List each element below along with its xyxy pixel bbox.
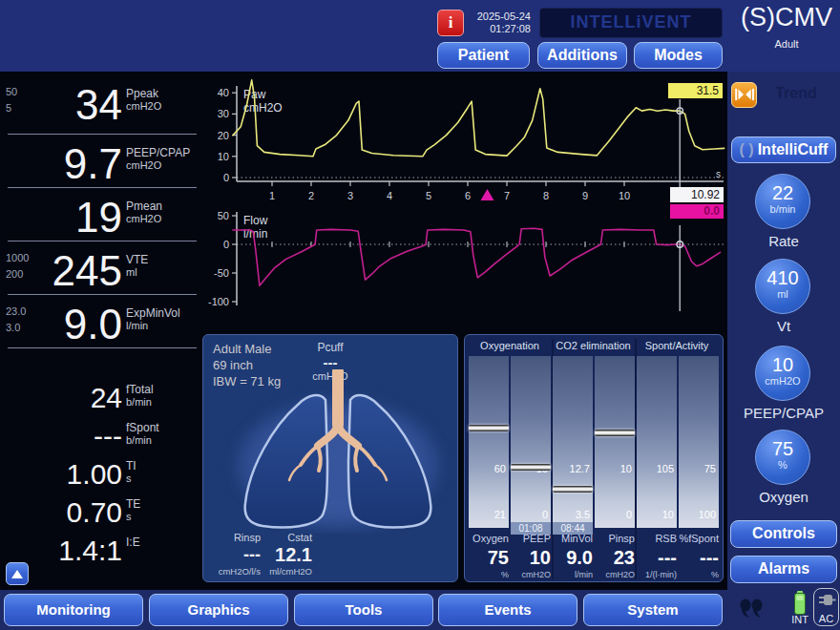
knob-label-vt: Vt <box>727 318 840 334</box>
alarms-button[interactable]: Alarms <box>730 556 837 583</box>
knob-unit: ml <box>756 288 809 300</box>
gauge-range-top: 105 <box>657 463 674 474</box>
gauge-value-marker <box>469 425 509 431</box>
monitor-param-ftotal: 24fTotalb/min <box>0 380 200 416</box>
knob-peep-cpap[interactable]: 10cmH2O <box>755 346 810 401</box>
param-label: PEEP/CPAPcmH2O <box>126 147 190 172</box>
gauge-param-label: Pinsp <box>595 532 635 545</box>
knob-oxygen[interactable]: 75% <box>755 430 810 485</box>
param-value: --- <box>94 418 122 454</box>
flow-chart[interactable]: 500-50-100Flowl/min <box>208 206 731 326</box>
svg-text:4: 4 <box>387 190 392 201</box>
cstat-label: Cstat <box>264 532 312 543</box>
param-value: 0.70 <box>67 494 122 531</box>
gauge-param-unit: cmH2O <box>595 570 635 580</box>
svg-text:30: 30 <box>218 108 229 119</box>
param-unit: b/min <box>126 396 154 409</box>
cursor-line[interactable] <box>677 225 682 311</box>
svg-text:Flow: Flow <box>243 214 268 227</box>
param-unit: cmH2O <box>126 100 161 113</box>
gauge-param-unit: % <box>679 570 719 580</box>
svg-text:3: 3 <box>347 190 353 201</box>
param-name: TI <box>126 460 136 472</box>
datetime: 2025-05-24 01:27:08 <box>466 10 531 35</box>
monitor-param-vte: 1000200245VTEml <box>0 246 200 298</box>
paw-chart[interactable]: 01020304012345678910sPawcmH2O <box>208 78 731 210</box>
monitor-param-fspont: ---fSpontb/min <box>0 418 200 454</box>
alarm-limits: 1000200 <box>6 250 29 283</box>
gauge-param-peep: PEEP10cmH2O <box>511 532 551 580</box>
bottom-button-graphics[interactable]: Graphics <box>149 594 288 626</box>
page-up-button[interactable] <box>6 562 29 585</box>
trend-button-disabled[interactable]: Trend <box>760 85 832 102</box>
knob-rate[interactable]: 22b/min <box>755 174 810 229</box>
knob-vt[interactable]: 410ml <box>755 259 810 314</box>
right-lung <box>348 395 430 527</box>
bottom-button-events[interactable]: Events <box>438 594 578 626</box>
cuff-icon: ( ) <box>740 141 754 158</box>
header-button-additions[interactable]: Additions <box>537 42 627 69</box>
gauge-range-bottom: 0 <box>626 509 632 520</box>
param-unit: s <box>126 511 140 523</box>
flow-current-value-box: 0.0 <box>670 204 724 219</box>
ac-label: AC <box>814 613 838 624</box>
up-arrow-icon <box>11 570 23 578</box>
gauge-range-bottom: 21 <box>494 509 506 520</box>
param-unit: ml <box>126 266 148 279</box>
param-label: ExpMinVoll/min <box>126 307 180 332</box>
svg-text:10: 10 <box>619 190 630 201</box>
gauge-param-value: 10 <box>511 545 551 570</box>
knob-label-peep-cpap: PEEP/CPAP <box>727 405 840 421</box>
intellicuff-label: IntelliCuff <box>758 141 829 158</box>
gauge-range-top: 12.7 <box>570 463 590 474</box>
limit-low: 5 <box>6 100 17 116</box>
patient-type-label: Adult <box>735 38 838 50</box>
gauge-param-unit: cmH2O <box>511 570 551 580</box>
bottom-button-tools[interactable]: Tools <box>294 594 433 626</box>
svg-text:s: s <box>716 169 721 179</box>
bottom-button-system[interactable]: System <box>583 594 723 626</box>
active-mode-label: (S)CMV <box>735 3 838 32</box>
svg-text:7: 7 <box>504 190 510 201</box>
param-name: ExpMinVol <box>126 307 180 320</box>
controls-button[interactable]: Controls <box>730 520 837 548</box>
cstat-unit: ml/cmH2O <box>264 566 312 577</box>
param-value: 9.7 <box>64 139 122 189</box>
alarm-limits: 505 <box>6 84 17 116</box>
intellicuff-button[interactable]: ( )IntelliCuff <box>731 136 836 163</box>
date-label: 2025-05-24 <box>466 10 531 23</box>
gauge-param--fspont: %fSpont---% <box>679 532 719 580</box>
knob-value: 410 <box>756 267 809 288</box>
limit-high: 50 <box>6 84 17 100</box>
lungs-graphic <box>211 369 452 534</box>
intellivent-logo: INTELLiVENT <box>539 8 723 38</box>
param-label: TIs <box>126 460 136 485</box>
pcuff-value: --- <box>273 354 388 370</box>
svg-text:20: 20 <box>218 130 229 141</box>
knob-unit: b/min <box>756 203 809 215</box>
bottom-button-monitoring[interactable]: Monitoring <box>4 594 143 626</box>
gauge-param-unit: % <box>469 570 509 580</box>
bottom-menu-bar: MonitoringGraphicsToolsEventsSystem <box>0 590 840 630</box>
gauge-range-top: 75 <box>704 463 716 474</box>
monitor-param-ppeak: 50534PpeakcmH2O <box>0 80 200 132</box>
param-unit: l/min <box>126 320 180 332</box>
knob-unit: cmH2O <box>756 375 809 387</box>
freeze-button[interactable] <box>731 82 757 108</box>
param-label: TEs <box>126 498 140 523</box>
gauge-param-minvol: MinVol9.0l/min <box>553 532 593 580</box>
rinsp-unit: cmH2O/l/s <box>205 566 261 577</box>
internal-battery-label: INT <box>786 614 814 625</box>
time-label: 01:27:08 <box>466 23 531 35</box>
header-button-patient[interactable]: Patient <box>437 42 530 69</box>
gauge-param-value: 9.0 <box>553 545 593 570</box>
param-value: 1.00 <box>67 456 122 493</box>
cursor-line[interactable] <box>677 99 682 187</box>
header-button-modes[interactable]: Modes <box>634 42 723 69</box>
param-name: TE <box>126 498 140 511</box>
rinsp-value: --- <box>205 543 261 566</box>
param-label: I:E <box>126 536 140 549</box>
gauge-column: 6021 <box>469 356 509 528</box>
info-icon[interactable]: i <box>437 10 464 36</box>
svg-text:8: 8 <box>543 190 549 201</box>
